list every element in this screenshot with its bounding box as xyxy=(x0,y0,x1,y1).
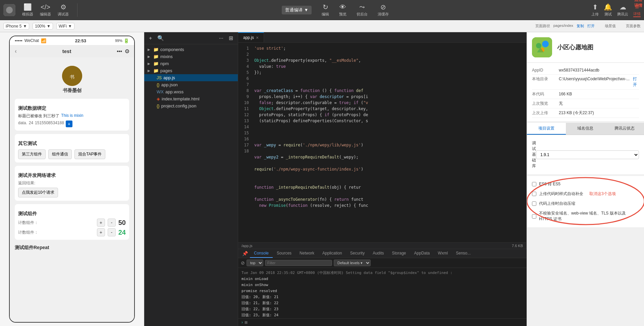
console-tab-console[interactable]: Console xyxy=(250,249,273,258)
counter2-plus-btn[interactable]: - xyxy=(108,228,116,236)
tree-label-npm: npm xyxy=(160,61,169,66)
upload-button[interactable]: ⬆ 上传 xyxy=(591,3,599,17)
console-tab-security[interactable]: Security xyxy=(346,249,369,258)
tree-arrow-components: ▶ xyxy=(148,48,152,51)
pin-icon: 📌 xyxy=(242,251,248,256)
file-size: 7.6 KB xyxy=(512,244,523,248)
editor-icon: </> xyxy=(41,3,50,11)
open-dir-link[interactable]: 打开 xyxy=(633,76,639,88)
debug-lib-select[interactable]: 1.9.1 xyxy=(536,150,639,159)
phone-status-bar: ••••• WeChat 📶 22:53 99% 🔋 xyxy=(10,36,134,45)
level-selector[interactable]: Default levels ▾ xyxy=(334,260,371,266)
tree-item-mixins[interactable]: ▶ 📁 mixins xyxy=(144,53,238,60)
dropdown-arrow-icon: ▼ xyxy=(304,7,309,12)
js-icon-appjs: JS xyxy=(157,75,162,80)
tab-domain-info[interactable]: 域名信息 xyxy=(566,123,605,135)
compile-mode-dropdown[interactable]: 普通编译 ▼ xyxy=(282,6,312,14)
open-link[interactable]: 打开 xyxy=(587,24,595,29)
main-area: ••••• WeChat 📶 22:53 99% 🔋 ‹ test ••• ⊙ xyxy=(0,32,644,326)
checkbox-style[interactable] xyxy=(532,192,536,196)
console-panel: 📌 Console Sources Network Application Se… xyxy=(238,249,527,326)
preview-button[interactable]: 👁 预览 xyxy=(339,3,346,17)
checkbox-compress[interactable] xyxy=(532,201,536,206)
search-file-btn[interactable]: 🔍 xyxy=(156,34,165,42)
counter1-value: 50 xyxy=(118,219,126,227)
console-tab-appdata[interactable]: AppData xyxy=(410,249,434,258)
tree-item-appjson[interactable]: {} app.json xyxy=(144,81,238,88)
checkbox-es6[interactable] xyxy=(532,182,536,186)
counter1-minus-btn[interactable]: + xyxy=(97,219,105,227)
debugger-button[interactable]: ⚙ 调试器 xyxy=(58,3,69,17)
cancel-options-label[interactable]: 取消这3个选项 xyxy=(589,191,616,197)
tab-project-settings[interactable]: 项目设置 xyxy=(527,123,566,135)
tab-appjs[interactable]: app.js × xyxy=(238,32,264,42)
localdir-value: C:\Users\yyuuq\Code\WebProject\wx-... xyxy=(559,77,630,81)
editor-button[interactable]: </> 编辑器 xyxy=(40,3,51,17)
tree-item-appwxss[interactable]: WX app.wxss xyxy=(144,88,238,95)
checkbox-compress-label: 代码上传时自动压缩 xyxy=(539,201,575,206)
data-phone: 1515508534188 xyxy=(35,121,64,127)
console-tab-sensor[interactable]: Senso... xyxy=(452,249,475,258)
network-selector[interactable]: WiFi ▼ xyxy=(56,23,74,30)
file-toolbar: + 🔍 ··· ⊞ xyxy=(144,32,238,44)
time-display: 22:53 xyxy=(75,38,86,43)
tap-event-btn[interactable]: 混合TAP事件 xyxy=(74,149,105,159)
code-content[interactable]: 'use strict'; Object.defineProperty(expo… xyxy=(252,43,526,242)
console-prompt-icon: › xyxy=(241,320,243,325)
detail-button[interactable]: ≡ 详情 点击详情 xyxy=(633,3,641,17)
tree-item-projectconfig[interactable]: {} project.config.json xyxy=(144,102,238,109)
console-tab-storage[interactable]: Storage xyxy=(388,249,410,258)
tree-item-indexhtml[interactable]: ◈ index.template.html xyxy=(144,95,238,102)
test-button[interactable]: 🔔 测试 xyxy=(604,3,612,17)
context-selector[interactable]: top xyxy=(247,260,263,266)
console-tab-sources[interactable]: Sources xyxy=(273,249,296,258)
console-tab-wxml[interactable]: Wxml xyxy=(434,249,452,258)
tree-label-indexhtml: index.template.html xyxy=(162,96,200,101)
clear-cache-button[interactable]: ⊘ 清缓存 xyxy=(378,3,389,17)
tencent-cloud-button[interactable]: ☁ 腾讯云 xyxy=(617,3,628,17)
tree-item-npm[interactable]: ▶ 📁 npm xyxy=(144,60,238,67)
device-selector[interactable]: iPhone 5 ▼ xyxy=(3,23,29,30)
refresh-button[interactable]: ↻ 编辑 xyxy=(322,3,329,17)
more-options-btn[interactable]: ··· xyxy=(218,35,225,42)
simulator-button[interactable]: ⬜ 模拟器 xyxy=(22,3,33,17)
counter1-label: 计数组件： xyxy=(18,220,94,226)
add-file-btn[interactable]: + xyxy=(148,35,153,42)
counter2-label: 计数组件： xyxy=(18,230,94,235)
data-label: data. xyxy=(18,121,27,127)
code-panel: app.js × 12345 678910 1112131415 161718 … xyxy=(238,32,527,249)
component-comm-btn[interactable]: 组件通信 xyxy=(48,149,72,159)
code-console-wrapper: app.js × 12345 678910 1112131415 161718 … xyxy=(238,32,527,326)
appid-value: wx583743371444acdb xyxy=(559,68,639,73)
add-button[interactable]: + xyxy=(66,121,72,127)
zoom-selector[interactable]: 100% ▼ xyxy=(33,23,53,30)
counter2-minus-btn[interactable]: + xyxy=(97,228,105,236)
right-panel-app-info: 小区心愿地图 xyxy=(557,43,593,51)
console-tab-audits[interactable]: Audits xyxy=(369,249,388,258)
file-tree: ▶ 📁 components ▶ 📁 mixins ▶ 📁 npm ▶ 📁 pa… xyxy=(144,44,238,326)
toolbar-divider-1 xyxy=(77,3,77,17)
console-toolbar: ⊘ top Default levels ▾ xyxy=(238,258,527,268)
appid-label: AppID xyxy=(532,68,555,73)
folder-icon-pages: 📁 xyxy=(153,68,159,73)
collapse-btn[interactable]: ⊞ xyxy=(227,34,234,42)
counter1-plus-btn[interactable]: - xyxy=(108,219,116,227)
console-tab-network[interactable]: Network xyxy=(296,249,318,258)
lastupload-label: 上次上传 xyxy=(532,110,555,116)
remote-button[interactable]: ⤳ 切后台 xyxy=(357,3,368,17)
tree-item-pages[interactable]: ▶ 📁 pages xyxy=(144,67,238,74)
console-input-bar: › ⊞ xyxy=(238,318,527,326)
json-icon-appjson: {} xyxy=(157,82,160,87)
console-line-1: Tue Jan 09 2018 22:35:02 GMT+0800 (中国标准时… xyxy=(241,270,523,276)
close-tab-icon[interactable]: × xyxy=(256,35,259,40)
console-tab-application[interactable]: Application xyxy=(318,249,346,258)
send-requests-btn[interactable]: 点我发起10个请求 xyxy=(18,188,58,197)
tab-tencent-status[interactable]: 腾讯云状态 xyxy=(605,123,644,135)
copy-link[interactable]: 复制 xyxy=(577,24,584,29)
third-party-btn[interactable]: 第三方组件 xyxy=(18,149,46,159)
tree-item-appjs[interactable]: JS app.js xyxy=(144,74,238,81)
tree-item-components[interactable]: ▶ 📁 components xyxy=(144,46,238,53)
checkbox-verify[interactable] xyxy=(532,214,536,219)
filter-input[interactable] xyxy=(265,260,332,266)
console-pin-btn[interactable]: 📌 xyxy=(240,251,250,256)
